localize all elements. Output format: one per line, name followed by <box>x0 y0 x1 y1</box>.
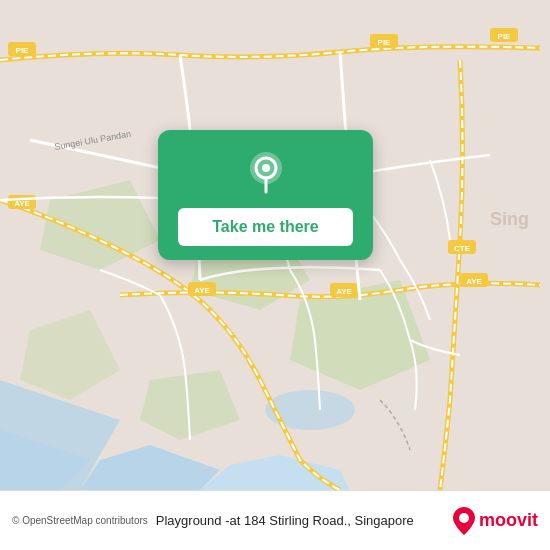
moovit-logo: moovit <box>453 507 538 535</box>
svg-text:AYE: AYE <box>466 277 482 286</box>
svg-text:AYE: AYE <box>14 199 30 208</box>
svg-text:AYE: AYE <box>194 286 210 295</box>
svg-point-31 <box>262 164 270 172</box>
svg-point-5 <box>265 390 355 430</box>
svg-text:CTE: CTE <box>454 244 471 253</box>
location-text: Playground -at 184 Stirling Road., Singa… <box>156 513 445 528</box>
svg-point-32 <box>459 513 469 523</box>
svg-text:PIE: PIE <box>16 46 30 55</box>
moovit-pin-icon <box>453 507 475 535</box>
svg-text:AYE: AYE <box>336 287 352 296</box>
svg-text:PIE: PIE <box>498 32 512 41</box>
map-container: PIE PIE PIE AYE AYE AYE AYE CTE Su <box>0 0 550 490</box>
bottom-bar: © OpenStreetMap contributors Playground … <box>0 490 550 550</box>
svg-text:Sing: Sing <box>490 209 529 229</box>
location-pin-icon <box>241 148 291 198</box>
moovit-brand-text: moovit <box>479 510 538 531</box>
osm-attribution: © OpenStreetMap contributors <box>12 515 148 526</box>
take-me-there-button[interactable]: Take me there <box>178 208 353 246</box>
svg-text:PIE: PIE <box>378 38 392 47</box>
location-card: Take me there <box>158 130 373 260</box>
